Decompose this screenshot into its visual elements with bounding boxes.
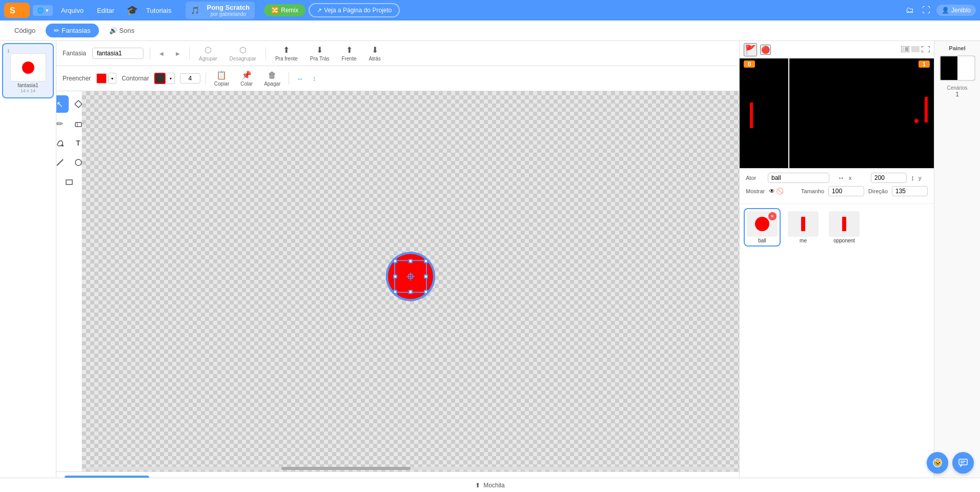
flip-v-btn[interactable]: ↕ — [311, 74, 318, 84]
flip-h-btn[interactable]: ↔ — [294, 74, 305, 84]
sprite-thumb-me[interactable]: me — [785, 208, 822, 247]
user-badge[interactable]: 👤 Jeniblo — [936, 5, 976, 16]
main-layout: 1 fantasia1 14 x 14 Fantasia ◀ ▶ — [0, 41, 980, 492]
handle-tc[interactable] — [409, 259, 413, 263]
atras-icon: ⬇ — [372, 45, 378, 55]
costume-item-1[interactable]: 1 fantasia1 14 x 14 — [2, 43, 54, 98]
fill-color-swatch[interactable] — [96, 73, 107, 84]
editor-area: Fantasia ◀ ▶ ⬡ Agrupar ⬡ Desagrupar ⬆ Pr… — [56, 41, 739, 492]
copiar-btn[interactable]: 📋 Copiar — [211, 69, 232, 88]
sprite-delete-ball-btn[interactable]: ✕ — [768, 212, 777, 220]
sprite-thumb-opponent[interactable]: opponent — [826, 208, 863, 247]
cenarios-count: 1 — [947, 91, 967, 98]
tamanho-input[interactable] — [828, 186, 864, 196]
nav-right: 🗂 ⛶ 👤 Jeniblo — [904, 4, 976, 17]
frente-btn[interactable]: ⬆ Frente — [339, 44, 360, 63]
frente-icon: ⬆ — [346, 45, 353, 55]
select-tool-btn[interactable]: ↖ — [56, 95, 69, 113]
stop-btn[interactable]: 🔴 — [760, 45, 771, 55]
fullscreen-stage-btn[interactable] — [922, 46, 930, 54]
handle-bl[interactable] — [393, 290, 397, 294]
folder-button[interactable]: 🗂 — [904, 4, 916, 17]
nav-back-btn[interactable]: ◀ — [156, 50, 167, 57]
svg-text:S: S — [10, 6, 15, 15]
stage-paddle-left — [750, 102, 753, 128]
ball-sprite[interactable] — [386, 252, 435, 301]
rect-tool-btn[interactable] — [60, 173, 78, 191]
handle-tr[interactable] — [424, 259, 428, 263]
divider-2 — [189, 47, 190, 59]
nav-fwd-btn[interactable]: ▶ — [173, 50, 183, 57]
inner-canvas — [82, 91, 739, 471]
globe-button[interactable]: 🌐 ▾ — [33, 5, 53, 16]
handle-br[interactable] — [424, 290, 428, 294]
divider-1 — [150, 47, 150, 59]
handle-ml[interactable] — [393, 274, 397, 278]
line-tool-btn[interactable] — [56, 154, 69, 171]
remix-button[interactable]: 🔀 Remix — [264, 4, 305, 16]
normal-stage-btn[interactable] — [911, 46, 920, 54]
pra-tras-btn[interactable]: ⬇ Pra Trás — [307, 44, 333, 63]
editar-menu[interactable]: Editar — [92, 5, 119, 16]
stage-preview: 0 1 — [740, 58, 934, 169]
stroke-color-dropdown[interactable]: ▾ — [167, 73, 175, 84]
canvas-wrapper: ↖ ✏ — [56, 91, 739, 471]
arquivo-menu[interactable]: Arquivo — [56, 5, 89, 16]
svg-rect-29 — [801, 217, 805, 231]
apagar-icon: 🗑 — [268, 71, 276, 80]
sprite-thumb-ball-img: ✕ — [747, 211, 778, 237]
stage-right: 1 — [837, 58, 934, 168]
sprite-thumb-ball[interactable]: ✕ ball — [744, 208, 781, 247]
desagrupar-btn[interactable]: ⬡ Desagrupar — [227, 44, 259, 63]
stroke-color-group: ▾ — [154, 73, 175, 84]
stroke-width-input[interactable] — [180, 73, 200, 84]
svg-rect-24 — [902, 47, 905, 51]
hide-btn[interactable]: 🚫 — [776, 188, 784, 195]
fantasy-label: Fantasia — [63, 50, 86, 57]
handle-bc[interactable] — [409, 290, 413, 294]
mochila-expand-icon: ⬆ — [475, 482, 480, 489]
svg-rect-4 — [75, 122, 81, 127]
canvas-scrollbar-h[interactable] — [82, 465, 739, 471]
sprite-props-row-2: Mostrar 👁 🚫 Tamanho Direção — [746, 186, 928, 196]
view-page-button[interactable]: ↗ Veja a Página do Projeto — [309, 3, 400, 17]
show-btn[interactable]: 👁 — [769, 188, 775, 195]
divider-5 — [289, 72, 289, 85]
tab-code[interactable]: Código — [6, 24, 44, 37]
stroke-color-swatch[interactable] — [154, 73, 166, 84]
x-input[interactable] — [871, 173, 907, 183]
tab-sounds[interactable]: 🔊 Sons — [101, 24, 143, 37]
handle-tl[interactable] — [393, 259, 397, 263]
sprite-name-input[interactable] — [768, 173, 829, 183]
stage-controls-top: 🚩 🔴 — [740, 41, 934, 58]
scroll-thumb-h[interactable] — [281, 467, 411, 470]
costume-name-input[interactable] — [92, 48, 144, 59]
pencil-tool-btn[interactable]: ✏ — [56, 115, 69, 132]
color-toolbar: Preencher ▾ Contornar ▾ 📋 Copiar 📌 Colar — [56, 66, 739, 91]
sprite-thumb-opponent-label: opponent — [833, 238, 855, 243]
pra-frente-btn[interactable]: ⬆ Pra frente — [272, 44, 301, 63]
colar-btn[interactable]: 📌 Colar — [237, 69, 256, 88]
add-sprite-btn[interactable]: 🐱 — [927, 452, 948, 474]
chat-btn[interactable] — [952, 452, 974, 474]
svg-point-2 — [22, 61, 34, 74]
tab-costumes[interactable]: ✏ Fantasias — [46, 24, 98, 37]
tutorials-button[interactable]: Tutoriais — [141, 5, 176, 16]
direcao-input[interactable] — [892, 186, 928, 196]
x-icon: ↔ — [838, 174, 845, 182]
ball-outer — [386, 252, 435, 301]
costume-toolbar-1: Fantasia ◀ ▶ ⬡ Agrupar ⬡ Desagrupar ⬆ Pr… — [56, 41, 739, 66]
canvas-area[interactable] — [82, 91, 739, 471]
fill-tool-btn[interactable] — [56, 134, 69, 152]
top-nav: S 🌐 ▾ Arquivo Editar 🎓 Tutoriais 🎵 Pong … — [0, 0, 980, 20]
svg-text:🐱: 🐱 — [933, 458, 943, 467]
atras-btn[interactable]: ⬇ Atrás — [366, 44, 384, 63]
apagar-btn[interactable]: 🗑 Apagar — [261, 70, 283, 88]
stage-center-line — [788, 58, 789, 168]
handle-mr[interactable] — [424, 274, 428, 278]
fullscreen-button[interactable]: ⛶ — [920, 4, 932, 17]
agrupar-btn[interactable]: ⬡ Agrupar — [196, 44, 220, 63]
flag-btn[interactable]: 🚩 — [744, 43, 757, 56]
small-stage-btn[interactable] — [901, 46, 909, 54]
fill-color-dropdown[interactable]: ▾ — [108, 73, 116, 84]
